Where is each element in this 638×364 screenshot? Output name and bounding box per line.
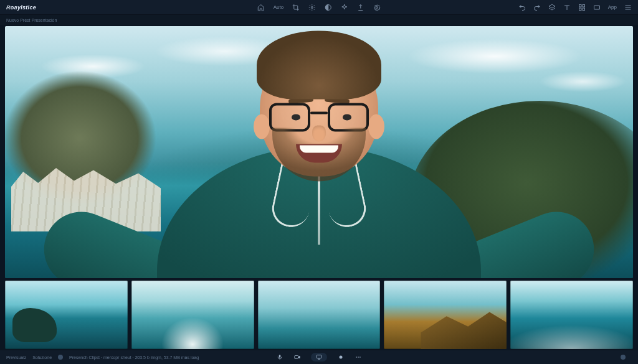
thumbnail[interactable]	[510, 281, 633, 349]
sub-toolbar: Nuevo Prést Presentación	[0, 15, 638, 25]
adjust-icon[interactable]	[308, 4, 316, 11]
status-left-b: Soluzione	[32, 355, 52, 360]
top-center-tools: Auto	[257, 4, 381, 11]
thumbnail[interactable]	[131, 281, 254, 349]
svg-rect-5	[579, 8, 581, 11]
svg-rect-9	[317, 355, 321, 358]
clip-info: Presench Clipst · mercopr sheut · 203.5 …	[69, 355, 199, 360]
svg-point-2	[376, 6, 378, 8]
svg-point-11	[356, 357, 357, 358]
top-toolbar: Roaylstice Auto App	[0, 0, 638, 15]
effects-icon[interactable]	[341, 4, 348, 11]
zoom-knob-icon[interactable]	[621, 355, 626, 360]
share-button[interactable]	[311, 353, 327, 362]
status-left-a: Previsualz	[6, 355, 26, 360]
layers-icon[interactable]	[548, 4, 556, 11]
breadcrumb: Nuevo Prést Presentación	[6, 18, 57, 22]
cam-icon[interactable]	[293, 353, 301, 361]
thumbnail[interactable]	[258, 281, 381, 349]
bottom-center-controls	[276, 353, 362, 362]
redo-icon[interactable]	[533, 4, 541, 11]
record-icon[interactable]	[337, 353, 345, 361]
svg-rect-4	[583, 4, 585, 7]
home-icon[interactable]	[257, 4, 265, 11]
settings-icon[interactable]	[373, 4, 381, 11]
mic-icon[interactable]	[276, 353, 283, 361]
svg-point-0	[312, 6, 313, 8]
grid-icon[interactable]	[578, 4, 586, 11]
thumbnail[interactable]	[384, 281, 507, 349]
svg-rect-7	[594, 6, 599, 9]
svg-point-13	[359, 357, 361, 358]
app-brand: Roaylstice	[6, 4, 36, 11]
svg-rect-6	[583, 8, 585, 11]
bottom-toolbar: Previsualz Soluzione Presench Clipst · m…	[0, 350, 638, 364]
svg-rect-8	[295, 356, 298, 359]
text-icon[interactable]	[563, 4, 571, 11]
top-right-tools: App	[518, 4, 632, 11]
main-area	[0, 25, 638, 350]
thumbnail-strip	[5, 281, 633, 349]
subject-person	[145, 35, 493, 278]
svg-rect-3	[579, 4, 581, 7]
ratio-icon[interactable]	[593, 4, 601, 11]
crop-icon[interactable]	[292, 4, 300, 11]
menu-icon[interactable]	[624, 4, 632, 11]
auto-label[interactable]: Auto	[274, 4, 283, 11]
thumbnail[interactable]	[5, 281, 128, 349]
slider-knob-icon[interactable]	[58, 355, 63, 360]
color-icon[interactable]	[325, 4, 332, 11]
svg-point-12	[358, 357, 359, 358]
app-label: App	[608, 4, 617, 10]
hero-image[interactable]	[5, 26, 633, 278]
more-icon[interactable]	[355, 353, 362, 361]
undo-icon[interactable]	[518, 4, 526, 11]
export-icon[interactable]	[357, 4, 364, 11]
svg-point-10	[340, 356, 343, 359]
